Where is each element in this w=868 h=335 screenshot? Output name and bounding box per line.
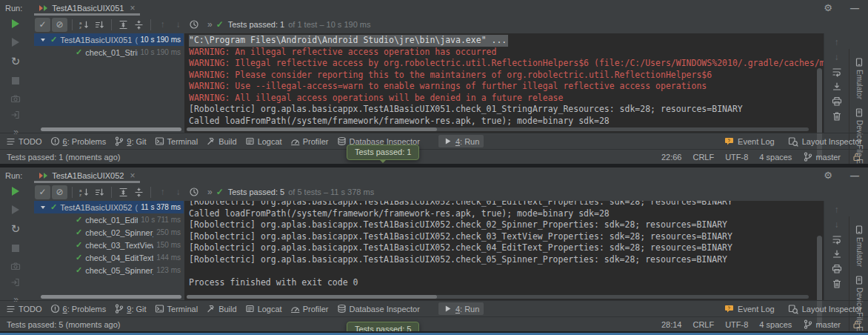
toolbar-more-chevrons[interactable]: » xyxy=(207,19,212,30)
test-case-row[interactable]: ✓check_02_Spinner_Properties250 ms xyxy=(34,226,184,239)
indent-style[interactable]: 4 spaces xyxy=(759,320,792,329)
down-stack-trace-icon[interactable]: ↓ xyxy=(831,219,843,230)
expand-all-icon[interactable] xyxy=(116,18,131,32)
tree-horizontal-scrollbar[interactable] xyxy=(41,127,181,131)
sort-alphabetically-icon[interactable]: az xyxy=(76,185,92,199)
up-stack-trace-icon[interactable]: ↑ xyxy=(831,204,843,215)
settings-gear-icon[interactable]: ⚙ xyxy=(824,170,832,181)
expand-all-icon[interactable] xyxy=(116,185,131,199)
line-separator[interactable]: CRLF xyxy=(692,320,714,329)
sort-by-duration-icon[interactable] xyxy=(92,185,107,199)
layout-inspector-button[interactable]: Layout Inspector xyxy=(788,136,862,147)
toolwindow-button-todo[interactable]: TODO xyxy=(6,304,42,314)
settings-gear-icon[interactable]: ⚙ xyxy=(824,2,832,13)
test-suite-row[interactable]: ✓ TestA1BasicUIX052 (org.aplas.basica 11… xyxy=(34,201,184,213)
collapse-all-icon[interactable] xyxy=(131,185,147,199)
test-suite-row[interactable]: ✓ TestA1BasicUIX051 (org.aplas.basica 10… xyxy=(34,33,184,46)
clear-all-trash-icon[interactable] xyxy=(831,110,843,122)
run-label: Run: xyxy=(5,171,22,180)
collapse-all-icon[interactable] xyxy=(131,18,147,32)
toolwindow-button-logcat[interactable]: Logcat xyxy=(245,304,282,314)
caret-position[interactable]: 28:14 xyxy=(661,320,682,329)
logcat-icon xyxy=(245,304,255,314)
test-tree[interactable]: ✓ TestA1BasicUIX052 (org.aplas.basica 11… xyxy=(34,201,184,300)
previous-occurrence-icon[interactable]: ↑ xyxy=(155,18,170,32)
toolwindow-button-run[interactable]: 4: Run xyxy=(438,302,484,315)
run-console[interactable]: [Robolectric] org.aplas.basicappx.TestA1… xyxy=(184,201,824,300)
rerun-button[interactable] xyxy=(9,18,22,30)
read-write-lock-icon[interactable] xyxy=(852,319,861,329)
rerun-button[interactable] xyxy=(9,185,22,197)
console-line: WARNING: An illegal reflective access op… xyxy=(189,47,824,59)
console-horizontal-scrollbar[interactable] xyxy=(187,127,809,131)
tab-testa1basicuix052[interactable]: TestA1BasicUIX052 × xyxy=(34,168,140,183)
sort-alphabetically-icon[interactable]: az xyxy=(76,18,92,32)
tree-horizontal-scrollbar[interactable] xyxy=(41,295,181,299)
toolwindow-button-database-inspector[interactable]: Database Inspector xyxy=(337,304,420,314)
toolwindow-button-profiler[interactable]: Profiler xyxy=(290,136,329,146)
run-label: Run: xyxy=(5,4,22,13)
expanded-chevron-icon[interactable] xyxy=(41,39,45,42)
show-ignored-toggle[interactable]: ⊘ xyxy=(52,185,67,199)
read-write-lock-icon[interactable] xyxy=(852,152,861,162)
soft-wrap-icon[interactable] xyxy=(831,233,843,245)
print-icon[interactable] xyxy=(831,96,843,107)
show-passed-toggle[interactable]: ✓ xyxy=(35,18,50,32)
scroll-to-end-icon[interactable] xyxy=(831,248,843,259)
toolwindow-button-git[interactable]: 9: Git xyxy=(114,304,146,314)
show-ignored-toggle[interactable]: ⊘ xyxy=(52,18,67,32)
line-separator[interactable]: CRLF xyxy=(692,153,714,162)
stripe-button-emulator[interactable]: Emulator xyxy=(849,58,868,99)
tab-close-icon[interactable]: × xyxy=(130,171,135,180)
expanded-chevron-icon[interactable] xyxy=(41,206,45,209)
scroll-to-end-icon[interactable] xyxy=(831,81,843,92)
console-horizontal-scrollbar[interactable] xyxy=(187,295,809,299)
test-case-row[interactable]: ✓check_01_StringArray_Resources10 s 190 … xyxy=(34,46,184,59)
caret-position[interactable]: 22:66 xyxy=(661,153,682,162)
file-encoding[interactable]: UTF-8 xyxy=(725,320,748,329)
toolwindow-button-git[interactable]: 9: Git xyxy=(114,136,146,146)
event-log-button[interactable]: Event Log xyxy=(724,136,775,146)
soft-wrap-icon[interactable] xyxy=(831,66,843,77)
git-branch-widget[interactable]: master xyxy=(803,152,841,162)
file-encoding[interactable]: UTF-8 xyxy=(725,153,748,162)
toolwindow-button-profiler[interactable]: Profiler xyxy=(290,304,329,314)
event-log-button[interactable]: Event Log xyxy=(724,304,775,314)
next-occurrence-icon[interactable]: ↓ xyxy=(170,18,186,32)
next-occurrence-icon[interactable]: ↓ xyxy=(170,185,186,199)
run-console[interactable]: "C:\Program Files\Android\Android Studio… xyxy=(184,33,824,133)
test-history-clock-icon[interactable] xyxy=(186,185,201,199)
test-case-row[interactable]: ✓check_01_EditText_Properties10 s 711 ms xyxy=(34,213,184,226)
test-duration: 250 ms xyxy=(156,228,184,236)
test-case-row[interactable]: ✓check_04_EditText_Properties144 ms xyxy=(34,251,184,264)
layout-inspector-button[interactable]: Layout Inspector xyxy=(788,304,862,314)
clear-all-trash-icon[interactable] xyxy=(831,278,843,289)
show-passed-toggle[interactable]: ✓ xyxy=(35,185,50,199)
tab-testa1basicuix051[interactable]: TestA1BasicUIX051 × xyxy=(34,0,140,16)
toolwindow-button-problems[interactable]: 6: Problems xyxy=(50,304,107,314)
git-branch-widget[interactable]: master xyxy=(803,319,841,329)
toolwindow-button-run[interactable]: 4: Run xyxy=(438,135,484,147)
toolbar-more-chevrons[interactable]: » xyxy=(207,187,212,197)
toolwindow-button-problems[interactable]: 6: Problems xyxy=(50,136,107,146)
up-stack-trace-icon[interactable]: ↑ xyxy=(831,36,843,47)
test-history-clock-icon[interactable] xyxy=(186,18,201,32)
toolwindow-button-terminal[interactable]: Terminal xyxy=(155,136,198,146)
toolwindow-button-build[interactable]: Build xyxy=(206,136,236,146)
toolwindow-button-todo[interactable]: TODO xyxy=(6,136,42,146)
indent-style[interactable]: 4 spaces xyxy=(759,153,792,162)
sort-by-duration-icon[interactable] xyxy=(92,18,107,32)
print-icon[interactable] xyxy=(831,263,843,274)
down-stack-trace-icon[interactable]: ↓ xyxy=(831,51,843,62)
test-case-row[interactable]: ✓check_03_TextView_Properties150 ms xyxy=(34,239,184,251)
hide-tool-window-icon[interactable]: — xyxy=(850,170,859,181)
toolwindow-button-terminal[interactable]: Terminal xyxy=(155,304,198,314)
previous-occurrence-icon[interactable]: ↑ xyxy=(155,185,170,199)
toolwindow-button-logcat[interactable]: Logcat xyxy=(245,136,282,146)
stripe-button-emulator[interactable]: Emulator xyxy=(849,225,868,267)
hide-tool-window-icon[interactable]: — xyxy=(850,3,859,13)
tab-close-icon[interactable]: × xyxy=(130,4,135,13)
toolwindow-button-build[interactable]: Build xyxy=(206,304,236,314)
test-tree[interactable]: ✓ TestA1BasicUIX051 (org.aplas.basica 10… xyxy=(34,33,184,133)
test-case-row[interactable]: ✓check_05_Spinner_Properties123 ms xyxy=(34,264,184,276)
